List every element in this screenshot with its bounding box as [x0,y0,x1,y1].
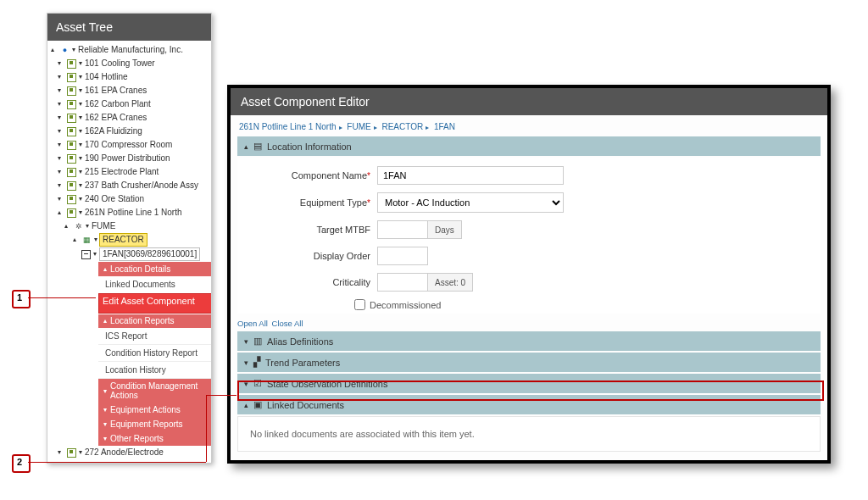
ctx-linked-documents[interactable]: Linked Documents [98,276,211,293]
tree-label[interactable]: 261N Potline Line 1 North [85,207,182,219]
collapse-icon[interactable]: ▴ [51,44,58,56]
tree-label[interactable]: 215 Electrode Plant [85,166,159,178]
criticality-input[interactable] [377,273,428,292]
tree-row[interactable]: ▾▾162 Carbon Plant [51,97,208,111]
ctx-condition-history-report[interactable]: Condition History Report [98,345,211,362]
tree-root-label[interactable]: Reliable Manufacturing, Inc. [78,44,183,56]
tree-row[interactable]: ▾▾170 Compressor Room [51,138,208,152]
collapse-icon[interactable]: ▴ [64,220,71,232]
section-trend-parameters[interactable]: ▾ ▞ Trend Parameters [237,353,821,372]
tree-label[interactable]: 237 Bath Crusher/Anode Assy [85,180,198,192]
dropdown-icon[interactable]: ▾ [93,248,97,260]
expand-icon[interactable]: ▾ [58,125,64,137]
tree-label[interactable]: 104 Hotline [85,71,128,83]
chevron-right-icon: ▸ [337,124,345,131]
ctx-section-cond-mgmt[interactable]: ▾Condition Management Actions [98,379,211,403]
section-linked-documents[interactable]: ▴ ▣ Linked Documents [237,395,821,414]
callout-1: 1 [12,290,27,305]
dropdown-icon[interactable]: ▾ [79,71,82,83]
dropdown-icon[interactable]: ▾ [79,85,82,97]
tree-label[interactable]: 161 EPA Cranes [85,85,147,97]
crumb[interactable]: 1FAN [434,122,455,131]
dropdown-icon[interactable]: ▾ [79,447,82,458]
tree-label[interactable]: 170 Compressor Room [85,139,172,151]
dropdown-icon[interactable]: ▾ [79,166,82,178]
ctx-section-equip-actions[interactable]: ▾Equipment Actions [98,403,211,417]
dropdown-icon[interactable]: ▾ [79,193,82,205]
expand-icon[interactable]: ▾ [58,193,64,205]
open-all-link[interactable]: Open All [237,319,268,328]
section-location-info[interactable]: ▴ ▤ Location Information [237,136,821,156]
tree-label-reactor[interactable]: REACTOR [100,234,147,246]
section-alias-definitions[interactable]: ▾ ▥ Alias Definitions [237,331,821,351]
tree-row[interactable]: ▾▾162 EPA Cranes [51,111,208,125]
tree-row[interactable]: ▾▾240 Ore Station [51,192,208,206]
tree-row[interactable]: ▾▾215 Electrode Plant [51,165,208,179]
tree-row[interactable]: ▾▾104 Hotline [51,70,208,84]
crumb[interactable]: 261N Potline Line 1 North [239,122,337,131]
collapse-icon: ▴ [244,142,248,151]
tree-label[interactable]: 162A Fluidizing [85,125,142,137]
ctx-section-equip-reports[interactable]: ▾Equipment Reports [98,417,211,431]
expand-icon[interactable]: ▾ [58,71,64,83]
expand-icon[interactable]: ▾ [58,180,64,192]
expand-icon[interactable]: ▾ [58,447,64,458]
dropdown-icon[interactable]: ▾ [79,98,82,110]
tree-label[interactable]: 190 Power Distribution [85,153,170,164]
expand-icon[interactable]: ▴ [58,207,64,219]
tree-label-1fan[interactable]: 1FAN[3069/8289610001] [99,247,200,261]
tree-label[interactable]: 162 EPA Cranes [85,112,147,124]
tree-row[interactable]: ▾▾237 Bath Crusher/Anode Assy [51,179,208,192]
tree-node-1fan[interactable]: ▾ 1FAN[3069/8289610001] [51,247,208,262]
tree-row[interactable]: ▾▾101 Cooling Tower [51,57,208,70]
tree-root[interactable]: ▴ ● ▾ Reliable Manufacturing, Inc. [51,43,208,57]
equipment-type-select[interactable]: Motor - AC Induction [377,192,564,213]
decommissioned-checkbox[interactable] [354,299,365,310]
tree-label[interactable]: 101 Cooling Tower [85,58,155,69]
ctx-section-location-reports[interactable]: ▴Location Reports [98,314,211,328]
ctx-ics-report[interactable]: ICS Report [98,328,211,345]
expand-icon[interactable]: ▾ [58,139,64,151]
tree-row[interactable]: ▴▾261N Potline Line 1 North [51,206,208,219]
display-order-input[interactable] [377,247,428,265]
dropdown-icon[interactable]: ▾ [79,125,82,137]
section-state-observation[interactable]: ▾ ☑ State Observation Definitions [237,374,821,393]
dropdown-icon[interactable]: ▾ [79,139,82,151]
close-all-link[interactable]: Close All [272,319,303,328]
tree-row[interactable]: ▾▾190 Power Distribution [51,152,208,165]
tree-label[interactable]: 240 Ore Station [85,193,144,205]
component-name-input[interactable] [377,166,564,185]
ctx-section-other-reports[interactable]: ▾Other Reports [98,431,211,446]
expand-icon[interactable]: ▾ [58,112,64,124]
crumb[interactable]: FUME [347,122,370,131]
expand-icon[interactable]: ▾ [58,58,64,69]
expand-icon[interactable]: ▾ [58,98,64,110]
ctx-edit-asset-component[interactable]: Edit Asset Component [98,293,211,314]
dropdown-icon[interactable]: ▾ [79,180,82,192]
dropdown-icon[interactable]: ▾ [79,58,82,69]
target-mtbf-input[interactable] [377,220,428,239]
dropdown-icon[interactable]: ▾ [79,207,82,219]
tree-label[interactable]: 162 Carbon Plant [85,98,151,110]
tree-row[interactable]: ▾▾162A Fluidizing [51,125,208,138]
collapse-icon[interactable]: ▴ [73,234,80,246]
tree-row[interactable]: ▾▾161 EPA Cranes [51,84,208,97]
expand-icon: ▾ [244,358,248,367]
tree-node-fume[interactable]: ▴ ✲ ▾ FUME [51,219,208,233]
ctx-section-location-details[interactable]: ▴Location Details [98,262,211,276]
expand-icon[interactable]: ▾ [58,85,64,97]
crumb[interactable]: REACTOR [381,122,423,131]
dropdown-icon[interactable]: ▾ [79,112,82,124]
expand-icon[interactable]: ▾ [58,153,64,164]
tree-label[interactable]: 272 Anode/Electrode [85,447,164,458]
dropdown-icon[interactable]: ▾ [94,234,97,246]
ctx-location-history[interactable]: Location History [98,362,211,379]
asset-icon [67,100,76,109]
dropdown-icon[interactable]: ▾ [86,220,89,232]
tree-node-reactor[interactable]: ▴ ▦ ▾ REACTOR [51,233,208,247]
dropdown-icon[interactable]: ▾ [72,44,75,56]
expand-icon[interactable]: ▾ [58,166,64,178]
tree-row-tail[interactable]: ▾ ▾ 272 Anode/Electrode [51,446,208,459]
dropdown-icon[interactable]: ▾ [79,153,82,164]
tree-label[interactable]: FUME [92,220,115,232]
